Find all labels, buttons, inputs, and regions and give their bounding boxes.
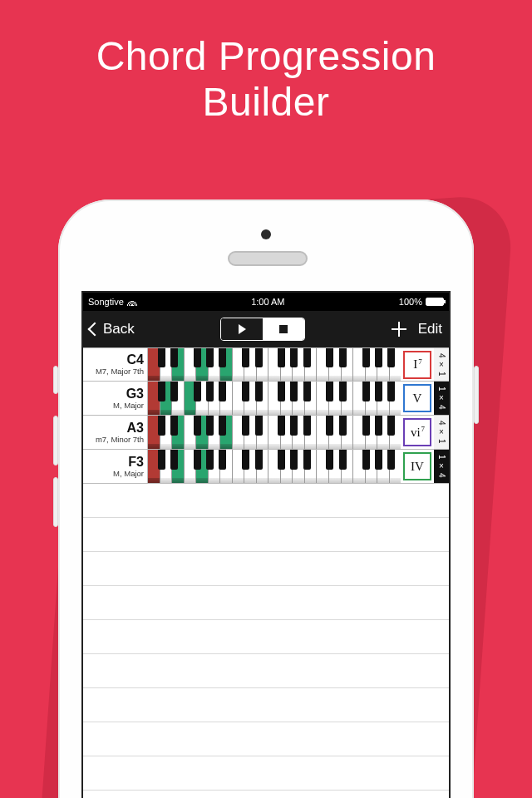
play-stop-segmented bbox=[220, 318, 305, 341]
white-key bbox=[317, 382, 329, 415]
white-key bbox=[172, 348, 185, 381]
white-key bbox=[305, 382, 318, 415]
roman-numeral: IV bbox=[411, 460, 424, 474]
white-key bbox=[220, 382, 233, 415]
white-key bbox=[160, 382, 173, 415]
carrier-label: Songtive bbox=[88, 297, 124, 307]
white-key bbox=[293, 382, 305, 415]
duration-cell[interactable]: 4 × 1 bbox=[434, 348, 449, 381]
white-key bbox=[268, 348, 281, 381]
white-key bbox=[390, 382, 401, 415]
mini-keyboard[interactable] bbox=[148, 450, 401, 483]
white-key bbox=[209, 450, 221, 483]
white-key bbox=[353, 450, 366, 483]
duration-label: 1 × 4 bbox=[437, 455, 446, 478]
roman-cell[interactable]: vi7 bbox=[401, 416, 434, 449]
white-key bbox=[172, 382, 185, 415]
roman-cell[interactable]: IV bbox=[401, 450, 434, 483]
white-key bbox=[148, 416, 160, 449]
back-label: Back bbox=[103, 321, 135, 337]
white-key bbox=[172, 416, 185, 449]
root-cell: G3M, Major bbox=[83, 382, 148, 415]
white-key bbox=[342, 416, 354, 449]
chord-row[interactable]: C4M7, Major 7thI74 × 1 bbox=[83, 347, 449, 382]
root-quality: M7, Major 7th bbox=[96, 367, 144, 376]
white-key bbox=[220, 348, 233, 381]
duration-cell[interactable]: 4 × 1 bbox=[434, 416, 449, 449]
white-key bbox=[366, 382, 378, 415]
root-quality: M, Major bbox=[113, 469, 144, 478]
mini-keyboard[interactable] bbox=[148, 382, 401, 415]
white-key bbox=[196, 348, 209, 381]
white-key bbox=[268, 450, 281, 483]
white-key bbox=[268, 382, 281, 415]
white-key bbox=[196, 450, 209, 483]
white-key bbox=[233, 382, 245, 415]
root-cell: F3M, Major bbox=[83, 450, 148, 483]
stop-button[interactable] bbox=[263, 318, 304, 340]
white-key bbox=[329, 450, 342, 483]
root-note: G3 bbox=[126, 387, 144, 401]
stop-icon bbox=[279, 325, 288, 333]
nav-bar: Back Edit bbox=[83, 311, 449, 347]
white-key bbox=[366, 450, 378, 483]
root-note: A3 bbox=[127, 421, 144, 435]
white-key bbox=[390, 416, 401, 449]
wifi-icon bbox=[127, 298, 137, 306]
hero-line2: Builder bbox=[203, 80, 330, 124]
white-key bbox=[293, 416, 305, 449]
white-key bbox=[366, 348, 378, 381]
hero-line1: Chord Progression bbox=[96, 34, 436, 78]
white-key bbox=[377, 416, 390, 449]
roman-numeral: I bbox=[413, 357, 417, 372]
duration-cell[interactable]: 1 × 4 bbox=[434, 450, 449, 483]
white-key bbox=[244, 348, 257, 381]
mini-keyboard[interactable] bbox=[148, 416, 401, 449]
mini-keyboard[interactable] bbox=[148, 348, 401, 381]
white-key bbox=[305, 416, 318, 449]
duration-cell[interactable]: 1 × 4 bbox=[434, 382, 449, 415]
root-quality: m7, Minor 7th bbox=[96, 435, 144, 444]
white-key bbox=[342, 382, 354, 415]
white-key bbox=[377, 382, 390, 415]
clock-label: 1:00 AM bbox=[251, 297, 284, 307]
status-bar: Songtive 1:00 AM 100% bbox=[83, 293, 449, 311]
roman-cell[interactable]: V bbox=[401, 382, 434, 415]
duration-label: 1 × 4 bbox=[437, 387, 446, 410]
roman-cell[interactable]: I7 bbox=[401, 348, 434, 381]
root-note: C4 bbox=[127, 353, 144, 367]
white-key bbox=[305, 348, 318, 381]
white-key bbox=[305, 450, 318, 483]
white-key bbox=[353, 348, 366, 381]
white-key bbox=[281, 348, 293, 381]
white-key bbox=[148, 450, 160, 483]
phone-frame: Songtive 1:00 AM 100% Back bbox=[58, 200, 474, 798]
chord-row[interactable]: G3M, MajorV1 × 4 bbox=[83, 382, 449, 416]
white-key bbox=[185, 450, 197, 483]
chord-row[interactable]: A3m7, Minor 7thvi74 × 1 bbox=[83, 416, 449, 450]
white-key bbox=[244, 416, 257, 449]
chevron-left-icon bbox=[88, 323, 102, 337]
battery-label: 100% bbox=[399, 297, 422, 307]
root-quality: M, Major bbox=[113, 401, 144, 410]
white-key bbox=[293, 450, 305, 483]
white-key bbox=[172, 450, 185, 483]
white-key bbox=[244, 382, 257, 415]
edit-button[interactable]: Edit bbox=[418, 321, 442, 337]
back-button[interactable]: Back bbox=[90, 321, 135, 337]
white-key bbox=[220, 450, 233, 483]
phone-side-button bbox=[474, 366, 479, 424]
white-key bbox=[377, 348, 390, 381]
phone-side-button bbox=[53, 366, 58, 394]
white-key bbox=[209, 382, 221, 415]
empty-lines bbox=[83, 484, 449, 798]
play-button[interactable] bbox=[221, 318, 263, 340]
chord-row[interactable]: F3M, MajorIV1 × 4 bbox=[83, 450, 449, 484]
white-key bbox=[196, 382, 209, 415]
white-key bbox=[390, 450, 401, 483]
white-key bbox=[233, 416, 245, 449]
add-button[interactable] bbox=[392, 322, 406, 337]
play-icon bbox=[239, 324, 246, 334]
roman-box: vi7 bbox=[403, 418, 431, 446]
roman-numeral: V bbox=[413, 392, 422, 406]
